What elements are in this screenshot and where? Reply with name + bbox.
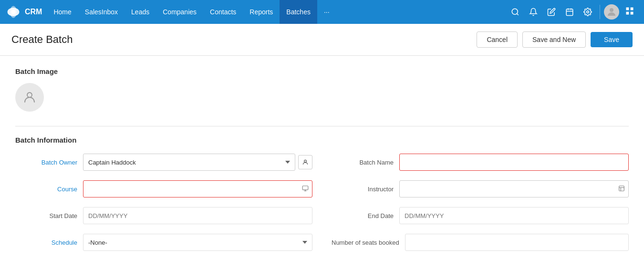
notifications-button[interactable] [525, 5, 541, 19]
grid-icon [625, 6, 634, 16]
svg-rect-14 [631, 11, 634, 14]
start-date-input[interactable] [83, 207, 312, 224]
compose-button[interactable] [543, 5, 560, 19]
svg-point-9 [587, 11, 589, 13]
seats-booked-input[interactable] [405, 234, 629, 251]
nav-batches[interactable]: Batches [280, 0, 317, 24]
end-date-row: End Date [332, 207, 629, 224]
batch-owner-row: Batch Owner Captain Haddock [15, 154, 312, 171]
instructor-field-wrap [399, 180, 629, 197]
cancel-button[interactable]: Cancel [477, 31, 518, 48]
user-avatar[interactable] [604, 4, 619, 20]
batch-owner-select[interactable]: Captain Haddock [83, 154, 295, 171]
svg-rect-11 [626, 7, 629, 10]
nav-links: Home SalesInbox Leads Companies Contacts… [47, 0, 507, 24]
search-button[interactable] [507, 5, 523, 19]
nav-home[interactable]: Home [47, 0, 78, 24]
schedule-field-wrap: -None- Option A Option B [83, 234, 312, 251]
nav-reports[interactable]: Reports [243, 0, 280, 24]
instructor-input[interactable] [399, 180, 629, 197]
schedule-select[interactable]: -None- Option A Option B [83, 234, 312, 251]
svg-point-15 [27, 93, 32, 97]
brand-name: CRM [25, 8, 42, 16]
nav-divider [600, 5, 600, 19]
schedule-label: Schedule [15, 239, 77, 246]
svg-rect-13 [626, 11, 629, 14]
svg-rect-5 [566, 9, 573, 16]
main-content: Batch Image Batch Information Batch Owne… [0, 56, 644, 270]
app-grid-button[interactable] [621, 3, 638, 21]
course-field-wrap [83, 180, 312, 197]
form-grid: Batch Owner Captain Haddock Batch Name [15, 154, 629, 251]
header-actions: Cancel Save and New Save [477, 31, 633, 48]
calendar-icon [565, 8, 574, 16]
batch-info-section: Batch Information Batch Owner Captain Ha… [15, 136, 629, 251]
brand-logo[interactable]: CRM [6, 4, 42, 20]
nav-leads[interactable]: Leads [125, 0, 156, 24]
svg-point-16 [304, 160, 307, 162]
page-header: Create Batch Cancel Save and New Save [0, 24, 644, 56]
seats-booked-field-wrap [405, 234, 629, 251]
end-date-field-wrap [399, 207, 629, 224]
gear-icon [583, 8, 592, 16]
start-date-field-wrap [83, 207, 312, 224]
save-and-new-button[interactable]: Save and New [522, 31, 586, 48]
calendar-button[interactable] [561, 5, 578, 19]
schedule-row: Schedule -None- Option A Option B [15, 234, 312, 251]
nav-icon-group [507, 3, 638, 21]
page-title: Create Batch [11, 33, 73, 46]
search-icon [511, 8, 519, 16]
instructor-row: Instructor [332, 180, 629, 197]
start-date-label: Start Date [15, 212, 77, 219]
start-date-row: Start Date [15, 207, 312, 224]
svg-rect-12 [631, 7, 634, 10]
seats-booked-label: Number of seats booked [332, 239, 399, 246]
instructor-label: Instructor [332, 186, 394, 193]
batch-info-title: Batch Information [15, 136, 629, 144]
batch-owner-field-wrap: Captain Haddock [83, 154, 312, 171]
nav-companies[interactable]: Companies [156, 0, 203, 24]
bell-icon [529, 8, 538, 16]
nav-salesinbox[interactable]: SalesInbox [78, 0, 125, 24]
image-upload-placeholder[interactable] [15, 83, 44, 112]
compose-icon [547, 8, 556, 16]
image-placeholder-icon [22, 90, 37, 104]
person-icon [302, 159, 309, 166]
batch-owner-label: Batch Owner [15, 159, 77, 166]
batch-image-title: Batch Image [15, 67, 629, 75]
batch-image-section: Batch Image [15, 67, 629, 112]
section-divider [15, 126, 629, 126]
batch-owner-lookup-button[interactable] [298, 155, 312, 169]
batch-name-input[interactable] [399, 154, 629, 171]
batch-name-field-wrap [399, 154, 629, 171]
seats-booked-row: Number of seats booked [332, 234, 629, 251]
course-row: Course [15, 180, 312, 197]
course-label: Course [15, 186, 77, 193]
svg-point-3 [512, 9, 518, 14]
svg-point-10 [610, 8, 613, 12]
course-input[interactable] [83, 180, 312, 197]
save-button[interactable]: Save [591, 32, 633, 47]
end-date-input[interactable] [399, 207, 629, 224]
batch-name-row: Batch Name [332, 154, 629, 171]
top-navigation: CRM Home SalesInbox Leads Companies Cont… [0, 0, 644, 24]
svg-point-2 [11, 10, 16, 14]
svg-line-4 [517, 13, 518, 15]
crm-logo-icon [6, 4, 21, 20]
end-date-label: End Date [332, 212, 394, 219]
settings-button[interactable] [580, 5, 596, 19]
avatar-icon [606, 6, 617, 18]
batch-name-label: Batch Name [332, 159, 394, 166]
nav-contacts[interactable]: Contacts [203, 0, 243, 24]
nav-more[interactable]: ··· [317, 0, 336, 24]
